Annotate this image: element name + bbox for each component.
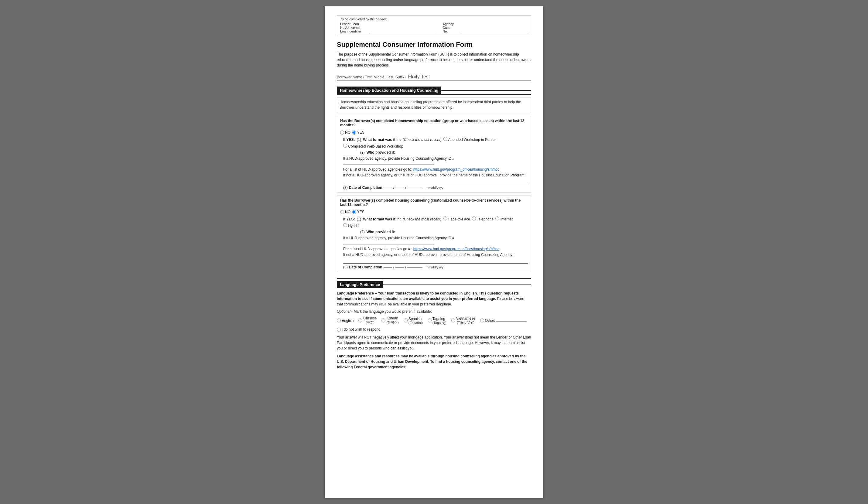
form-container: To be completed by the Lender: Lender Lo… [325,6,543,498]
lang-chinese-radio[interactable] [358,318,362,323]
q2-format-face-label[interactable]: Face-to-Face [443,217,470,221]
lender-label: To be completed by the Lender: [340,17,528,21]
q1-webbased-radio[interactable] [343,144,347,148]
lang-description: Language Preference – Your loan transact… [337,291,531,307]
question2-row: Has the Borrower(s) completed housing co… [340,198,528,214]
q1-date-yyyy[interactable] [407,188,422,188]
homeownership-description: Homeownership education and housing coun… [337,97,531,112]
q1-date-dd[interactable] [395,188,404,188]
q2-date-row: (3) Date of Completion / / mm/dd/yyyy [343,265,528,269]
lang-no-respond-radio[interactable] [337,328,341,332]
lang-optional-row: Optional - Mark the language you would p… [337,309,531,314]
lang-spanish-radio[interactable] [404,318,407,323]
question1-block: Has the Borrower(s) completed homeowners… [337,116,531,192]
lang-korean-radio[interactable] [381,318,385,323]
q2-format-row: If YES: (1) What format was it in: (Chec… [343,217,528,228]
lang-chinese-label[interactable]: Chinese(中文) [358,316,376,325]
q1-provided-row: (2) Who provided it: [343,150,528,155]
q2-format-telephone-label[interactable]: Telephone [472,217,494,221]
q2-hud-link-row: For a list of HUD-approved agencies go t… [343,247,528,251]
homeownership-header-row: Homeownership Education and Housing Coun… [337,86,531,95]
q2-not-hud-row: If not a HUD-approved agency, or unsure … [343,253,528,264]
q2-yes-label[interactable]: YES [352,210,364,214]
q2-if-yes-block: If YES: (1) What format was it in: (Chec… [343,217,528,269]
q2-agency-name-field[interactable] [343,258,528,264]
q2-hud-agency-row: If a HUD-approved agency, provide Housin… [343,236,528,245]
question1-row: Has the Borrower(s) completed homeowners… [340,119,528,135]
q1-format-webbased-label[interactable]: Completed Web-Based Workshop [343,144,403,148]
q1-date-row: (3) Date of Completion / / mm/dd/yyyy [343,186,528,190]
form-title: Supplemental Consumer Information Form [337,41,531,49]
lang-spanish-label[interactable]: Spanish(Español) [404,317,423,325]
q2-hybrid-radio[interactable] [343,223,347,227]
lang-tagalog-radio[interactable] [427,318,432,323]
lang-choices: English Chinese(中文) Korean(한국어) Spanish(… [337,316,531,332]
optional-text: - Mark the language you would prefer, if… [351,309,432,314]
lang-no-respond-label[interactable]: I do not wish to respond [337,327,380,332]
q2-yes-radio[interactable] [352,210,356,214]
section-header-line [441,90,531,91]
borrower-name-label: Borrower Name (First, Middle, Last, Suff… [337,75,406,79]
lang-note: Your answer will NOT negatively affect y… [337,335,531,351]
q2-date-dd[interactable] [395,267,404,267]
question2-text: Has the Borrower(s) completed housing co… [340,198,528,207]
q1-workshop-radio[interactable] [443,137,447,141]
lang-tagalog-label[interactable]: Tagalog(Tagalog) [427,317,446,325]
q2-hud-agency-field[interactable] [343,240,434,244]
q2-telephone-radio[interactable] [472,217,476,220]
q2-format-hybrid-label[interactable]: Hybrid [343,223,359,228]
lang-vietnamese-label[interactable]: Vietnamese(Tiếng Việt) [451,316,475,325]
agency-case-label: Agency Case No. [443,22,454,33]
lang-description-bold: Language Preference – Your loan transact… [337,291,519,301]
other-language-field[interactable] [496,322,527,322]
language-header-row: Language Preference [337,278,531,288]
agency-case-field[interactable] [461,22,528,33]
borrower-name-value: Floify Test [408,74,531,80]
q1-yes-label[interactable]: YES [352,130,364,135]
q1-format-workshop-label[interactable]: Attended Workshop in Person [443,137,497,142]
question1-text: Has the Borrower(s) completed homeowners… [340,119,528,127]
q2-face-radio[interactable] [443,217,447,220]
language-section-header: Language Preference [337,281,383,288]
lang-korean-label[interactable]: Korean(한국어) [381,316,399,325]
q1-if-yes-block: If YES: (1) What format was it in: (Chec… [343,137,528,190]
lang-header-line [383,284,531,285]
q1-hud-agency-row: If a HUD-approved agency, provide Housin… [343,156,528,166]
lang-other-label[interactable]: Other: [480,318,527,323]
question2-block: Has the Borrower(s) completed housing co… [337,196,531,272]
q2-no-radio[interactable] [340,210,344,214]
borrower-name-row: Borrower Name (First, Middle, Last, Suff… [337,74,531,81]
lang-assistance-bold: Language assistance and resources may be… [337,354,527,369]
optional-tag: Optional [337,309,351,314]
q1-hud-link-row: For a list of HUD-approved agencies go t… [343,167,528,171]
q1-not-hud-row: If not a HUD-approved agency, or unsure … [343,173,528,184]
form-description: The purpose of the Supplemental Consumer… [337,52,531,68]
q1-format-row: If YES: (1) What format was it in: (Chec… [343,137,528,148]
q2-internet-radio[interactable] [495,217,499,220]
loan-id-label: Lender Loan No./Universal Loan Identifie… [340,22,362,33]
q2-provided-row: (2) Who provided it: [343,230,528,234]
language-section: Language Preference Language Preference … [337,278,531,370]
lang-english-radio[interactable] [337,318,341,323]
q2-hud-link[interactable]: https://www.hud.gov/program_offices/hous… [413,247,499,251]
q2-date-mm[interactable] [384,267,392,267]
q2-date-yyyy[interactable] [407,267,422,267]
q1-radio-group: NO YES [340,130,364,135]
q1-hud-link[interactable]: https://www.hud.gov/program_offices/hous… [413,167,499,171]
loan-id-field[interactable] [370,22,436,33]
q1-no-label[interactable]: NO [340,130,351,135]
q1-date-mm[interactable] [384,188,392,188]
q2-radio-group: NO YES [340,210,364,214]
q1-no-radio[interactable] [340,130,344,135]
q2-format-internet-label[interactable]: Internet [495,217,513,221]
q1-program-name-field[interactable] [343,179,528,184]
lang-assistance: Language assistance and resources may be… [337,354,531,370]
lender-box: To be completed by the Lender: Lender Lo… [337,15,531,35]
lang-vietnamese-radio[interactable] [451,318,455,323]
lang-english-label[interactable]: English [337,318,353,323]
lang-other-radio[interactable] [480,318,484,323]
homeownership-section-header: Homeownership Education and Housing Coun… [337,86,441,94]
q2-no-label[interactable]: NO [340,210,351,214]
q1-hud-agency-field[interactable] [343,161,434,165]
q1-yes-radio[interactable] [352,130,356,135]
